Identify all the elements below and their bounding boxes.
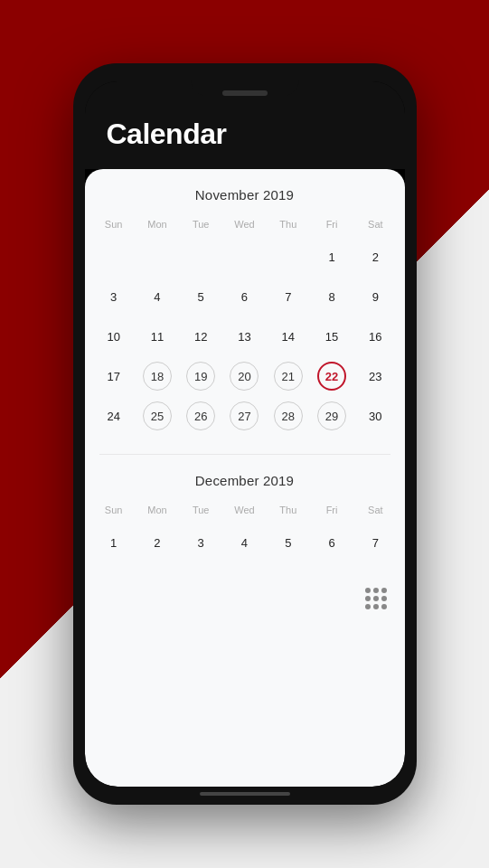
nov-day-6[interactable]: 6 [222, 277, 266, 316]
phone-home-bar [200, 792, 290, 796]
nov-day-8[interactable]: 8 [310, 277, 353, 316]
nov-day-29[interactable]: 29 [310, 396, 353, 436]
phone-notch [191, 74, 299, 96]
nov-day-12[interactable]: 12 [179, 316, 222, 356]
phone-screen: Calendar November 2019 Sun Mon Tue Wed T… [85, 81, 405, 787]
nov-day-18[interactable]: 18 [136, 356, 179, 396]
dec-day-4[interactable]: 4 [222, 523, 266, 562]
phone-frame: Calendar November 2019 Sun Mon Tue Wed T… [73, 63, 417, 805]
dow-sat: Sat [353, 215, 397, 237]
dec-dow-wed: Wed [222, 501, 266, 523]
grid-dot [381, 596, 387, 601]
nov-day-11[interactable]: 11 [136, 316, 179, 356]
bottom-toolbar [85, 580, 405, 624]
phone-speaker [222, 90, 268, 96]
december-title: December 2019 [85, 473, 405, 488]
nov-empty [222, 237, 266, 277]
dow-mon: Mon [136, 215, 179, 237]
dec-day-6[interactable]: 6 [310, 523, 353, 562]
dow-fri: Fri [310, 215, 353, 237]
nov-day-21[interactable]: 21 [267, 356, 310, 396]
grid-dot [381, 588, 387, 593]
dec-day-2[interactable]: 2 [136, 523, 179, 562]
dec-dow-sat: Sat [353, 501, 397, 523]
grid-menu-icon[interactable] [365, 588, 387, 609]
nov-day-26[interactable]: 26 [179, 396, 222, 436]
nov-day-13[interactable]: 13 [222, 316, 266, 356]
dec-day-7[interactable]: 7 [353, 523, 397, 562]
december-grid: Sun Mon Tue Wed Thu Fri Sat 1 2 3 4 5 6 … [85, 501, 405, 562]
grid-dot [365, 604, 371, 609]
november-title: November 2019 [85, 187, 405, 203]
dow-sun: Sun [92, 215, 136, 237]
dec-day-5[interactable]: 5 [267, 523, 310, 562]
grid-dot [373, 604, 379, 609]
grid-dot [373, 596, 379, 601]
nov-day-4[interactable]: 4 [136, 277, 179, 316]
nov-day-9[interactable]: 9 [353, 277, 397, 316]
dow-tue: Tue [179, 215, 222, 237]
nov-day-22[interactable]: 22 [310, 356, 353, 396]
dec-dow-tue: Tue [179, 501, 222, 523]
nov-day-5[interactable]: 5 [179, 277, 222, 316]
grid-dot [365, 588, 371, 593]
nov-day-3[interactable]: 3 [92, 277, 136, 316]
dec-dow-sun: Sun [92, 501, 136, 523]
nov-empty [92, 237, 136, 277]
nov-day-15[interactable]: 15 [310, 316, 353, 356]
nov-day-2[interactable]: 2 [353, 237, 397, 277]
nov-day-10[interactable]: 10 [92, 316, 136, 356]
december-calendar: December 2019 Sun Mon Tue Wed Thu Fri Sa… [85, 473, 405, 562]
nov-day-7[interactable]: 7 [267, 277, 310, 316]
nov-day-1[interactable]: 1 [310, 237, 353, 277]
month-divider [99, 454, 390, 455]
november-calendar: November 2019 Sun Mon Tue Wed Thu Fri Sa… [85, 187, 405, 436]
nov-day-19[interactable]: 19 [179, 356, 222, 396]
dow-wed: Wed [222, 215, 266, 237]
dow-thu: Thu [267, 215, 310, 237]
november-grid: Sun Mon Tue Wed Thu Fri Sat 1 2 [85, 215, 405, 436]
nov-empty [136, 237, 179, 277]
nov-empty [179, 237, 222, 277]
nov-day-20[interactable]: 20 [222, 356, 266, 396]
nov-day-16[interactable]: 16 [353, 316, 397, 356]
nov-day-27[interactable]: 27 [222, 396, 266, 436]
grid-dot [365, 596, 371, 601]
nov-day-28[interactable]: 28 [267, 396, 310, 436]
dec-day-3[interactable]: 3 [179, 523, 222, 562]
dec-dow-fri: Fri [310, 501, 353, 523]
app-title: Calendar [107, 118, 383, 151]
nov-day-23[interactable]: 23 [353, 356, 397, 396]
screen-content[interactable]: November 2019 Sun Mon Tue Wed Thu Fri Sa… [85, 169, 405, 787]
nov-empty [267, 237, 310, 277]
nov-day-30[interactable]: 30 [353, 396, 397, 436]
dec-dow-mon: Mon [136, 501, 179, 523]
grid-dot [373, 588, 379, 593]
dec-day-1[interactable]: 1 [92, 523, 136, 562]
nov-day-14[interactable]: 14 [267, 316, 310, 356]
nov-day-25[interactable]: 25 [136, 396, 179, 436]
nov-day-24[interactable]: 24 [92, 396, 136, 436]
dec-dow-thu: Thu [267, 501, 310, 523]
grid-dot [381, 604, 387, 609]
nov-day-17[interactable]: 17 [92, 356, 136, 396]
